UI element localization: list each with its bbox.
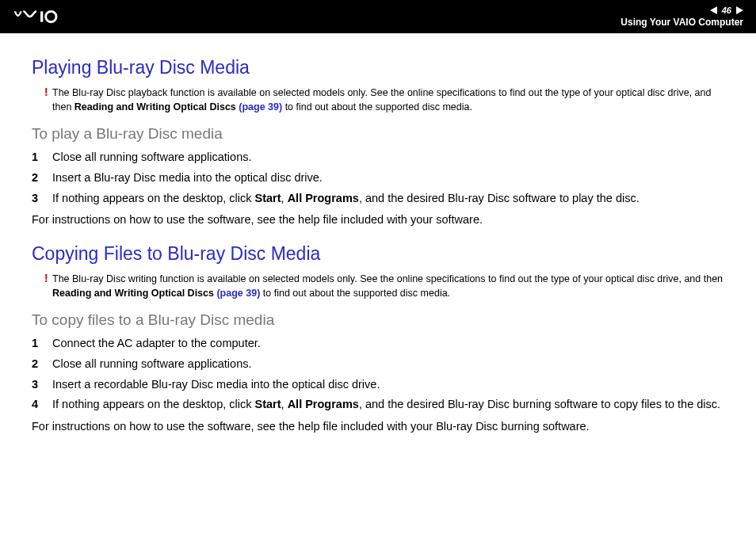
step-item: 3Insert a recordable Blu-ray Disc media … [32, 376, 724, 394]
alert-icon: ! [44, 85, 48, 101]
after-steps-copy: For instructions on how to use the softw… [32, 418, 724, 436]
note-text-post: to find out about the supported disc med… [282, 101, 472, 113]
step-text: If nothing appears on the desktop, click… [52, 190, 724, 208]
page-ref-link[interactable]: (page 39) [216, 288, 260, 299]
page-nav: 46 [710, 6, 743, 15]
step-number: 1 [32, 335, 52, 353]
vaio-logo [13, 9, 92, 25]
subhead-copy: To copy files to a Blu-ray Disc media [32, 311, 724, 329]
heading-playing: Playing Blu-ray Disc Media [32, 57, 724, 78]
svg-point-1 [46, 11, 56, 21]
step-text: Connect the AC adapter to the computer. [52, 335, 724, 353]
after-steps-play: For instructions on how to use the softw… [32, 212, 724, 229]
note-text-post: to find out about the supported disc med… [260, 288, 450, 299]
step-item: 2Close all running software applications… [32, 356, 724, 373]
step-number: 1 [32, 149, 52, 166]
step-number: 4 [32, 396, 52, 414]
prev-page-icon[interactable] [710, 6, 717, 14]
alert-icon: ! [44, 271, 48, 287]
note-copying: ! The Blu-ray Disc writing function is a… [52, 273, 724, 300]
step-item: 1Close all running software applications… [32, 149, 724, 166]
step-text: Close all running software applications. [52, 356, 724, 373]
page-content: Playing Blu-ray Disc Media ! The Blu-ray… [0, 33, 756, 466]
step-text: If nothing appears on the desktop, click… [52, 396, 724, 414]
step-item: 3If nothing appears on the desktop, clic… [32, 190, 724, 208]
step-number: 2 [32, 170, 52, 187]
header-right: 46 Using Your VAIO Computer [620, 6, 743, 28]
step-item: 2Insert a Blu-ray Disc media into the op… [32, 170, 724, 187]
step-number: 3 [32, 376, 52, 394]
page-ref-link[interactable]: (page 39) [239, 101, 282, 113]
heading-copying: Copying Files to Blu-ray Disc Media [32, 243, 724, 265]
note-bold: Reading and Writing Optical Discs [52, 288, 216, 299]
steps-copy: 1Connect the AC adapter to the computer.… [32, 335, 724, 414]
step-item: 1Connect the AC adapter to the computer. [32, 335, 724, 353]
note-bold: Reading and Writing Optical Discs [74, 101, 239, 113]
step-number: 2 [32, 356, 52, 373]
step-text: Close all running software applications. [52, 149, 724, 166]
svg-rect-0 [40, 11, 43, 21]
step-text: Insert a recordable Blu-ray Disc media i… [52, 376, 724, 394]
step-text: Insert a Blu-ray Disc media into the opt… [52, 170, 724, 187]
steps-play: 1Close all running software applications… [32, 149, 724, 207]
header-bar: 46 Using Your VAIO Computer [0, 0, 756, 33]
subhead-play: To play a Blu-ray Disc media [32, 125, 724, 143]
note-text: The Blu-ray Disc writing function is ava… [52, 273, 723, 284]
section-label: Using Your VAIO Computer [620, 17, 743, 28]
step-item: 4If nothing appears on the desktop, clic… [32, 396, 724, 414]
page-number: 46 [722, 6, 731, 15]
step-number: 3 [32, 190, 52, 208]
next-page-icon[interactable] [736, 6, 743, 14]
note-playing: ! The Blu-ray Disc playback function is … [52, 86, 724, 114]
